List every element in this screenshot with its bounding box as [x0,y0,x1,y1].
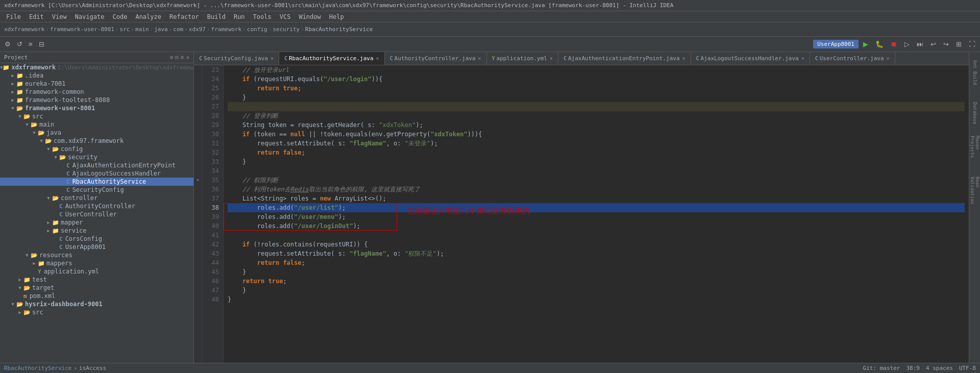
status-bar: RbacAuthorityService › isAccess Git: mas… [0,363,980,373]
project-gear-icon[interactable]: ≡ [181,54,184,61]
tree-item-idea[interactable]: ▶ 📁 .idea [0,71,193,80]
tree-item-java[interactable]: ▼ 📂 java [0,129,193,137]
sync-button[interactable]: ↺ [14,39,25,49]
tab-authority-ctrl[interactable]: C AuthorityController.java × [385,52,487,65]
code-line-31: request.setAttribute( s: "flagName" , o:… [228,139,965,148]
menu-item-window[interactable]: Window [295,12,325,21]
tree-item-rbac[interactable]: ▶ C RbacAuthorityService [0,178,193,186]
tree-item-ajax-auth[interactable]: ▶ C AjaxAuthenticationEntryPoint [0,161,193,169]
stop-button[interactable]: ⏹ [888,39,900,49]
menu-item-navigate[interactable]: Navigate [71,12,109,21]
tree-item-mappers[interactable]: ▶ 📁 mappers [0,259,193,267]
tree-item-eureka[interactable]: ▶ 📁 eureka-7001 [0,80,193,88]
run-config[interactable]: UserApp8001 [813,40,859,48]
tree-item-pom[interactable]: ▶ m pom.xml [0,292,193,300]
tab-close-ajax-auth[interactable]: × [682,56,685,61]
coverage-button[interactable]: ▷ [902,39,912,49]
tree-item-hysrix-src[interactable]: ▶ 📂 src [0,308,193,316]
tab-close-user-ctrl[interactable]: × [887,56,890,61]
menu-item-code[interactable]: Code [109,12,132,21]
settings-button[interactable]: ⚙ [2,39,13,49]
tree-item-service[interactable]: ▶ 📁 service [0,227,193,235]
gutter-24 [194,74,202,84]
tree-item-userapp[interactable]: ▶ C UserApp8001 [0,243,193,251]
tree-item-hysrix[interactable]: ▼ 📂 hysrix-dashboard-9001 [0,300,193,308]
tree-item-main[interactable]: ▼ 📂 main [0,120,193,129]
tree-item-resources[interactable]: ▼ 📂 resources [0,251,193,259]
breadcrumb-item-framework-user-8001[interactable]: framework-user-8001 [50,26,114,33]
tree-item-src[interactable]: ▼ 📂 src [0,112,193,120]
profile-button[interactable]: ⏭ [914,39,926,49]
maven-panel[interactable]: Maven Projects [969,134,980,175]
collapse-button[interactable]: ⊟ [36,39,47,49]
database-panel[interactable]: Database [969,93,980,134]
tree-item-user-ctrl[interactable]: ▶ C UserController [0,210,193,218]
breadcrumb-item-com[interactable]: com [173,26,183,33]
tab-close-authority-ctrl[interactable]: × [478,56,481,61]
breadcrumb-item-main[interactable]: main [135,26,149,33]
breadcrumb-item-xdx97[interactable]: xdx97 [189,26,206,33]
code-editor[interactable]: ▼ 23 24 25 26 27 [194,65,969,373]
run-button[interactable]: ▶ [861,39,871,49]
menu-item-view[interactable]: View [48,12,71,21]
undo-button[interactable]: ↩ [928,39,939,49]
tree-item-test[interactable]: ▶ 📁 test [0,276,193,284]
tree-item-root[interactable]: ▼ 📁 xdxframework C:\Users\Administrator\… [0,63,193,71]
menu-item-refactor[interactable]: Refactor [165,12,203,21]
tab-rbac[interactable]: C RbacAuthorityService.java × [279,52,385,65]
tab-ajax-auth[interactable]: C AjaxAuthenticationEntryPoint.java × [558,52,691,65]
redo-button[interactable]: ↪ [941,39,951,49]
status-right: Git: master 38:9 4 spaces UTF-8 [863,365,976,371]
tab-close-security-config[interactable]: × [271,56,274,61]
tree-item-sec-config[interactable]: ▶ C SecurityConfig [0,186,193,194]
breadcrumb-item-config[interactable]: config [247,26,267,33]
breadcrumb-item-RbacAuthorityService[interactable]: RbacAuthorityService [305,26,373,33]
toolbar: ⚙ ↺ ≡ ⊟ UserApp8001 ▶ 🐛 ⏹ ▷ ⏭ ↩ ↪ ⊞ ⛶ [0,37,980,52]
tree-item-app-yml[interactable]: ▶ Y application.yml [0,267,193,276]
bean-validation-panel[interactable]: Bean Validation [969,175,980,215]
breadcrumb-item-src[interactable]: src [120,26,130,33]
menu-item-run[interactable]: Run [230,12,249,21]
tab-app-yml[interactable]: Y application.yml × [487,52,558,65]
tree-item-config[interactable]: ▼ 📂 config [0,145,193,153]
menu-item-vcs[interactable]: VCS [276,12,295,21]
project-close-icon[interactable]: ✕ [186,54,189,61]
tree-item-target[interactable]: ▼ 📂 target [0,284,193,292]
fullscreen-button[interactable]: ⛶ [966,39,978,49]
tab-ajax-logout[interactable]: C AjaxLogoutSuccessHandler.java × [691,52,810,65]
breadcrumb-item-security[interactable]: security [273,26,300,33]
tree-item-auth-ctrl[interactable]: ▶ C AuthorityController [0,202,193,210]
menu-item-edit[interactable]: Edit [25,12,48,21]
tree-item-com[interactable]: ▼ 📂 com.xdx97.framework [0,137,193,145]
tree-item-fw-user[interactable]: ▼ 📂 framework-user-8001 [0,104,193,112]
breadcrumb-item-framework[interactable]: framework [211,26,242,33]
menu-item-build[interactable]: Build [203,12,230,21]
tab-close-app-yml[interactable]: × [550,56,553,61]
tree-item-mapper[interactable]: ▶ 📁 mapper [0,218,193,227]
tree-item-security[interactable]: ▼ 📂 security [0,153,193,161]
breadcrumb-item-java[interactable]: java [154,26,168,33]
breadcrumb-item-xdxframework[interactable]: xdxframework [4,26,44,33]
tab-close-rbac[interactable]: × [376,56,379,61]
ant-build-panel[interactable]: Ant Build [969,52,980,93]
tree-item-fw-tooltest[interactable]: ▶ 📁 framework-tooltest-8088 [0,96,193,104]
tree-item-ajax-logout[interactable]: ▶ C AjaxLogoutSuccessHandler [0,169,193,178]
tree-item-fw-common[interactable]: ▶ 📁 framework-common [0,88,193,96]
menu-item-help[interactable]: Help [325,12,348,21]
debug-button[interactable]: 🐛 [873,39,886,49]
menu-item-file[interactable]: File [2,12,25,21]
tree-item-controller[interactable]: ▼ 📂 controller [0,194,193,202]
project-settings-icon[interactable]: ⚙ [170,54,174,61]
tab-close-ajax-logout[interactable]: × [801,56,804,61]
tree-label-test: test [32,276,47,283]
structure-button[interactable]: ≡ [26,39,35,49]
tree-item-cors[interactable]: ▶ C CorsConfig [0,235,193,243]
maven-label: Maven Projects [970,136,980,172]
menu-item-tools[interactable]: Tools [249,12,276,21]
menu-item-analyze[interactable]: Analyze [131,12,165,21]
code-content[interactable]: // 放开登录url if (requestURI.equals( "/user… [224,65,969,373]
project-collapse-icon[interactable]: ⊟ [175,54,179,61]
layout-button[interactable]: ⊞ [953,39,964,49]
tab-user-ctrl[interactable]: C UserController.java × [810,52,895,65]
tab-security-config[interactable]: C SecurityConfig.java × [194,52,279,65]
